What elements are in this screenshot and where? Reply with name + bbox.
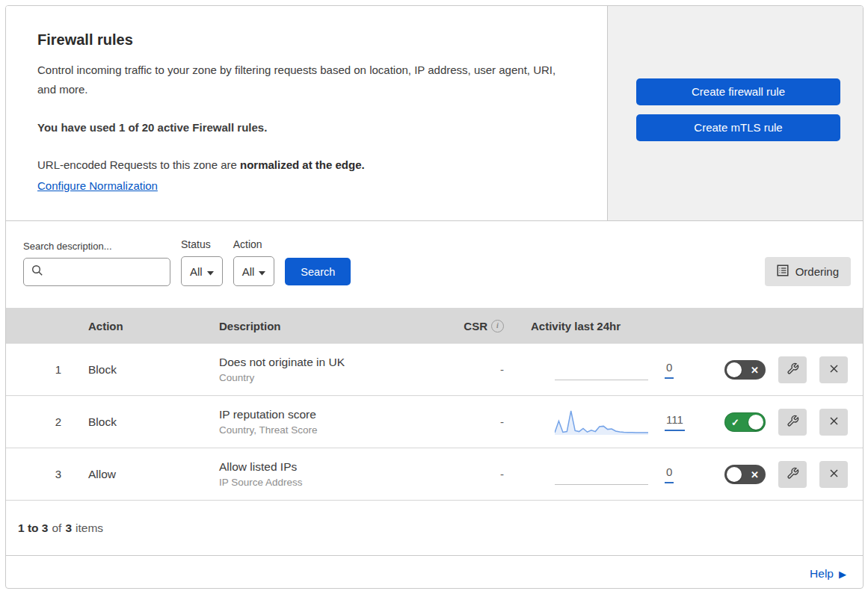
toggle-knob [727, 467, 742, 482]
rule-fields: IP Source Address [219, 477, 455, 488]
activity-sparkline-empty [555, 356, 648, 384]
rule-action: Block [88, 415, 219, 429]
activity-count-link[interactable]: 0 [665, 465, 674, 483]
delete-rule-button[interactable] [819, 409, 848, 436]
wrench-icon [787, 415, 799, 430]
page-title: Firewall rules [37, 31, 577, 49]
activity-count-link[interactable]: 0 [665, 361, 674, 379]
help-link-label: Help [810, 567, 834, 581]
usage-line: You have used 1 of 20 active Firewall ru… [37, 118, 568, 137]
activity-count-link[interactable]: 111 [665, 413, 685, 431]
pagination-summary: 1 to 3 of 3 items [6, 501, 863, 555]
search-icon [31, 264, 43, 279]
rule-description[interactable]: Does not originate in UK [219, 356, 455, 369]
rule-priority: 1 [55, 363, 88, 376]
search-input[interactable] [48, 265, 162, 279]
rule-enabled-toggle[interactable]: ✓ [724, 412, 766, 432]
rule-priority: 2 [55, 415, 88, 428]
search-box[interactable] [23, 258, 170, 286]
rule-fields: Country, Threat Score [219, 424, 455, 436]
intro-description: Control incoming traffic to your zone by… [37, 61, 568, 99]
search-field: Search description... [23, 241, 170, 286]
column-header-activity: Activity last 24hr [508, 320, 703, 332]
delete-rule-button[interactable] [819, 356, 848, 383]
action-select[interactable]: All [233, 256, 275, 286]
wrench-icon [787, 467, 799, 482]
activity-sparkline [555, 408, 648, 436]
status-select[interactable]: All [181, 256, 223, 286]
items-of: of [52, 522, 61, 535]
column-header-action: Action [88, 320, 219, 332]
filter-controls: Search description... Status All [23, 238, 351, 286]
toggle-knob [748, 415, 763, 430]
chevron-down-icon [259, 265, 265, 278]
configure-normalization-link[interactable]: Configure Normalization [37, 179, 158, 192]
table-row: 1 Block Does not originate in UK Country… [6, 344, 863, 396]
rule-csr-value: - [500, 468, 508, 480]
rule-description[interactable]: IP reputation score [219, 408, 455, 421]
filter-bar: Search description... Status All [6, 221, 863, 308]
rule-csr-value: - [500, 363, 508, 376]
status-field: Status All [181, 238, 223, 286]
action-label: Action [233, 238, 275, 250]
toggle-knob [727, 362, 742, 377]
search-button[interactable]: Search [285, 258, 351, 285]
column-header-csr: CSR [464, 320, 487, 332]
wrench-icon [787, 362, 799, 377]
rule-csr-value: - [500, 415, 508, 428]
table-row: 2 Block IP reputation score Country, Thr… [6, 396, 863, 448]
delete-rule-button[interactable] [819, 461, 848, 488]
activity-sparkline-empty [555, 460, 648, 489]
ordering-list-icon [777, 264, 789, 279]
chevron-down-icon [207, 265, 214, 278]
edit-rule-button[interactable] [778, 409, 807, 436]
search-label: Search description... [23, 241, 170, 252]
rule-fields: Country [219, 372, 455, 383]
toggle-on-icon: ✓ [731, 416, 739, 427]
rule-priority: 3 [55, 468, 88, 480]
column-header-description: Description [219, 320, 455, 332]
rule-action: Allow [88, 468, 219, 481]
help-link[interactable]: Help ▶ [810, 567, 846, 581]
help-bar: Help ▶ [6, 555, 863, 589]
toggle-off-icon: ✕ [751, 364, 759, 375]
ordering-button-label: Ordering [795, 265, 839, 278]
table-header: Action Description CSR i Activity last 2… [6, 308, 863, 344]
firewall-rules-page: { "colors": { "primary_blue": "#0d5cd1",… [0, 0, 868, 591]
close-icon [827, 466, 841, 483]
normalization-bold: normalized at the edge. [240, 158, 365, 171]
arrow-right-icon: ▶ [839, 569, 846, 579]
intro-card: Firewall rules Control incoming traffic … [6, 6, 607, 220]
items-total: 3 [65, 522, 72, 535]
status-select-value: All [190, 265, 203, 278]
firewall-rules-panel: Firewall rules Control incoming traffic … [5, 5, 864, 589]
normalization-text: URL-encoded Requests to this zone are [37, 158, 240, 171]
info-icon[interactable]: i [491, 320, 504, 332]
table-row: 3 Allow Allow listed IPs IP Source Addre… [6, 448, 863, 501]
top-section: Firewall rules Control incoming traffic … [6, 6, 863, 221]
items-range: 1 to 3 [18, 522, 48, 535]
action-select-value: All [242, 265, 255, 278]
action-field: Action All [233, 238, 275, 286]
rule-enabled-toggle[interactable]: ✕ [724, 360, 766, 380]
normalization-line: URL-encoded Requests to this zone are no… [37, 155, 568, 175]
create-mtls-rule-button[interactable]: Create mTLS rule [636, 114, 840, 141]
rule-enabled-toggle[interactable]: ✕ [724, 465, 766, 484]
actions-panel: Create firewall rule Create mTLS rule [607, 6, 863, 220]
edit-rule-button[interactable] [778, 461, 807, 488]
rule-description[interactable]: Allow listed IPs [219, 460, 455, 474]
close-icon [827, 362, 841, 378]
edit-rule-button[interactable] [778, 356, 807, 383]
ordering-button[interactable]: Ordering [765, 257, 851, 286]
rule-action: Block [88, 363, 219, 377]
create-firewall-rule-button[interactable]: Create firewall rule [636, 78, 840, 105]
toggle-off-icon: ✕ [751, 468, 759, 480]
items-word: items [76, 522, 103, 535]
close-icon [827, 414, 841, 430]
status-label: Status [181, 238, 223, 250]
